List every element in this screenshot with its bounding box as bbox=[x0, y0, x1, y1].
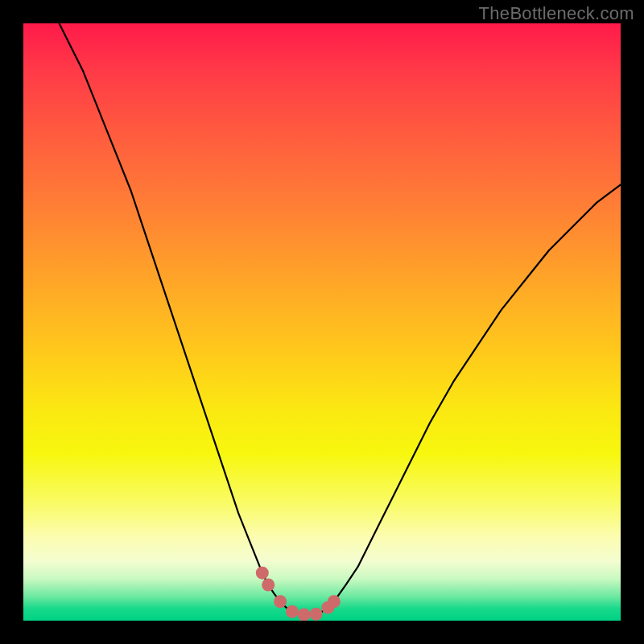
chart-frame: TheBottleneck.com bbox=[0, 0, 644, 644]
curve-marker bbox=[274, 595, 287, 608]
curve-marker bbox=[256, 567, 269, 580]
curve-marker bbox=[328, 595, 341, 608]
curve-marker bbox=[298, 609, 311, 621]
curve-marker bbox=[262, 578, 275, 591]
plot-area bbox=[23, 23, 621, 621]
curve-marker bbox=[286, 605, 299, 618]
curve-marker bbox=[310, 608, 323, 621]
marker-group bbox=[256, 567, 341, 621]
chart-svg bbox=[23, 23, 621, 621]
bottleneck-curve bbox=[60, 23, 621, 615]
watermark-text: TheBottleneck.com bbox=[479, 3, 634, 24]
